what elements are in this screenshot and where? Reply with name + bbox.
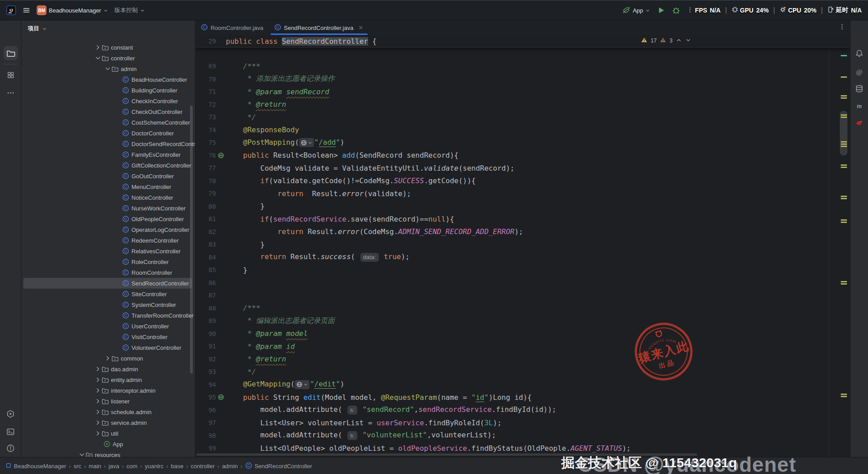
breadcrumb-item[interactable]: main [89, 463, 101, 470]
code-line-69[interactable]: 69 /*** [195, 60, 844, 73]
tool-strip-run-button[interactable] [4, 407, 18, 421]
tree-item-gooutcontroller[interactable]: CGoOutController [21, 171, 195, 181]
chevron-right-icon[interactable] [94, 408, 102, 415]
chevron-right-icon[interactable] [104, 355, 111, 362]
tab-options-kebab-icon[interactable] [838, 23, 846, 32]
tree-item-service-admin[interactable]: service.admin [21, 417, 195, 428]
code-line-88[interactable]: 88 /*** [195, 302, 844, 315]
tree-item-noticecontroller[interactable]: CNoticeController [21, 192, 195, 203]
code-line-91[interactable]: 91 * @param id [195, 340, 844, 353]
tree-item-roomcontroller[interactable]: CRoomController [21, 267, 195, 278]
tree-item-visitcontroller[interactable]: CVisitController [21, 331, 195, 342]
close-icon[interactable] [358, 25, 364, 31]
tree-item-doctorsendrecordcontroller[interactable]: CDoctorSendRecordController [21, 138, 195, 149]
code-line-98[interactable]: 98 model.addAttribute( s: "volunteerList… [195, 429, 844, 442]
tree-item-relativescontroller[interactable]: CRelativesController [21, 246, 195, 256]
tree-item-operatorlogcontroller[interactable]: COperatorLogController [21, 224, 195, 235]
tree-item-rolecontroller[interactable]: CRoleController [21, 256, 195, 267]
tool-strip-terminal-button[interactable] [4, 424, 18, 439]
tool-strip-more-tools-button[interactable] [4, 86, 18, 100]
code-line-70[interactable]: 70 * 添加派出志愿者记录操作 [195, 72, 844, 85]
code-line-72[interactable]: 72 * @return [195, 98, 844, 111]
tree-item-doctorcontroller[interactable]: CDoctorController [21, 128, 195, 138]
tree-scrollbar[interactable] [190, 105, 193, 373]
code-line-85[interactable]: 85 } [195, 264, 844, 277]
code-line-87[interactable]: 87 [195, 289, 844, 302]
tree-item-menucontroller[interactable]: CMenuController [21, 181, 195, 192]
tree-item-sitecontroller[interactable]: CSiteController [21, 289, 195, 299]
code-line-84[interactable]: 84 return Result.success( data: true); [195, 251, 844, 264]
url-globe-badge[interactable] [299, 138, 314, 147]
breadcrumb-item[interactable]: base [171, 463, 183, 470]
tree-item-resources[interactable]: resources [21, 449, 195, 457]
chevron-right-icon[interactable] [94, 44, 102, 51]
tree-item-nurseworkcontroller[interactable]: CNurseWorkController [21, 203, 195, 214]
code-line-79[interactable]: 79 return Result.error(validate); [195, 187, 844, 200]
tree-item-admin[interactable]: admin [21, 63, 195, 74]
tree-item-usercontroller[interactable]: CUserController [21, 321, 195, 331]
code-line-74[interactable]: 74 @ResponseBody [195, 123, 844, 136]
tree-item-interceptor-admin[interactable]: interceptor.admin [21, 385, 195, 396]
code-line-82[interactable]: 82 return Result.error(CodeMsg.ADMIN_SEN… [195, 225, 844, 238]
tree-item-volunteercontroller[interactable]: CVolunteerController [21, 342, 195, 353]
breadcrumb-item[interactable]: CSendRecordController [245, 462, 312, 470]
tree-item-util[interactable]: util [21, 428, 195, 439]
tree-item-checkoutcontroller[interactable]: CCheckOutController [21, 106, 195, 117]
tab-roomcontroller-java[interactable]: CRoomController.java [195, 21, 269, 35]
tree-item-systemcontroller[interactable]: CSystemController [21, 299, 195, 310]
breadcrumb-item[interactable]: BeadhouseManager [5, 462, 66, 470]
chevron-down-icon[interactable] [104, 65, 111, 72]
code-line-83[interactable]: 83 } [195, 238, 844, 251]
tree-item-controller[interactable]: controller [21, 53, 195, 63]
breadcrumb-item[interactable]: admin [222, 463, 237, 470]
main-menu-icon[interactable] [22, 6, 30, 14]
chevron-right-icon[interactable] [94, 387, 102, 394]
code-line-80[interactable]: 80 } [195, 200, 844, 213]
tool-strip-plugin-bug-button[interactable] [852, 115, 867, 130]
tree-item-transferroomcontroller[interactable]: CTransferRoomController [21, 310, 195, 321]
chevron-right-icon[interactable] [94, 398, 102, 405]
run-button[interactable] [656, 6, 665, 15]
breadcrumb-item[interactable]: java [109, 463, 119, 470]
code-line-92[interactable]: 92 * @return [195, 352, 844, 365]
tool-strip-maven-button[interactable]: m [852, 98, 867, 113]
tree-item-checkincontroller[interactable]: CCheckInController [21, 96, 195, 106]
tool-strip-spring-button[interactable]: @ [852, 65, 867, 79]
code-line-77[interactable]: 77 CodeMsg validate = ValidateEntityUtil… [195, 162, 844, 175]
tree-item-beadhousecontroller[interactable]: CBeadHouseController [21, 74, 195, 85]
tree-item-giftcollectioncontroller[interactable]: CGiftCollectionController [21, 160, 195, 171]
code-line-76[interactable]: 76 public Result<Boolean> add(SendRecord… [195, 149, 844, 162]
chevron-right-icon[interactable] [94, 430, 102, 437]
tree-item-buildingcontroller[interactable]: CBuildingController [21, 85, 195, 96]
code-line-29[interactable]: 29public class SendRecordController { [195, 35, 850, 48]
tool-strip-notifications-bell-button[interactable] [852, 46, 867, 60]
tree-item-dao-admin[interactable]: dao.admin [21, 364, 195, 374]
code-line-95[interactable]: 95 public String edit(Model model, @Requ… [195, 391, 844, 404]
tool-strip-problems-button[interactable] [4, 441, 18, 455]
tree-item-sendrecordcontroller[interactable]: CSendRecordController [21, 278, 195, 289]
tree-item-common[interactable]: common [21, 353, 195, 364]
run-config-selector[interactable]: App [622, 6, 650, 15]
code-line-71[interactable]: 71 * @param sendRecord [195, 85, 844, 98]
url-globe-badge[interactable] [295, 380, 309, 389]
chevron-down-icon[interactable] [42, 26, 47, 31]
debug-button[interactable] [672, 6, 681, 15]
code-line-90[interactable]: 90 * @param model [195, 327, 844, 340]
chevron-right-icon[interactable] [94, 419, 102, 426]
previous-problem-chevron-icon[interactable] [676, 37, 682, 45]
code-line-93[interactable]: 93 */ [195, 365, 844, 378]
code-line-94[interactable]: 94 @GetMapping("/edit") [195, 378, 844, 391]
tree-item-entity-admin[interactable]: entity.admin [21, 374, 195, 385]
vcs-widget[interactable]: 版本控制 [114, 6, 145, 14]
chevron-right-icon[interactable] [94, 376, 102, 383]
tree-item-costschemecontroller[interactable]: CCostSchemeController [21, 117, 195, 128]
tree-item-oldpeoplecontroller[interactable]: COldPeopleController [21, 214, 195, 224]
tree-item-redeemcontroller[interactable]: CRedeemController [21, 235, 195, 246]
chevron-down-icon[interactable] [78, 451, 85, 457]
code-line-75[interactable]: 75 @PostMapping("/add") [195, 136, 844, 149]
breadcrumb-item[interactable]: src [73, 463, 81, 470]
code-editor[interactable]: 173 29public class SendRecordController … [195, 35, 850, 457]
breadcrumb-item[interactable]: controller [191, 463, 215, 470]
tab-sendrecordcontroller-java[interactable]: CSendRecordController.java [269, 21, 369, 35]
inspections-widget[interactable]: 173 [641, 37, 691, 45]
